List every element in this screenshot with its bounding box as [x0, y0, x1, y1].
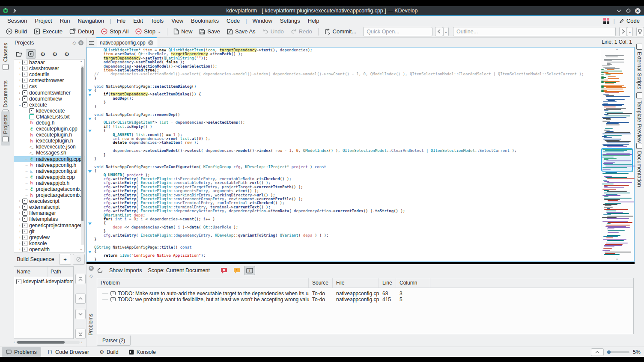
menu-window[interactable]: Window — [249, 17, 276, 25]
expand-icon[interactable]: – — [24, 181, 29, 185]
document-list-icon[interactable] — [86, 39, 96, 47]
statusbar-code-browser-button[interactable]: {} Code Browser — [43, 347, 93, 357]
tree-item-executeplugin-h[interactable]: –hexecuteplugin.h — [14, 132, 84, 138]
minimap-scroll-up-icon[interactable]: ⌃ — [615, 48, 619, 53]
tree-item-kdevexecute[interactable]: –▸kdevexecute — [14, 108, 84, 114]
reload-project-icon[interactable]: ⚙ — [50, 49, 60, 59]
fold-marker[interactable] — [88, 89, 92, 92]
column-header-path[interactable]: Path — [48, 267, 73, 277]
refresh-icon[interactable] — [97, 267, 103, 274]
menu-run[interactable]: Run — [56, 17, 74, 25]
menu-edit[interactable]: Edit — [129, 17, 146, 25]
move-to-bottom-button[interactable] — [75, 329, 86, 339]
menu-settings[interactable]: Settings — [276, 17, 304, 25]
expand-icon[interactable]: – — [24, 127, 29, 131]
tree-item-documentview[interactable]: ›▸documentview — [14, 96, 84, 102]
tree-item-konsole[interactable]: ›▸konsole — [14, 240, 84, 246]
tree-item-executeplugin-cpp[interactable]: –c̈executeplugin.cpp — [14, 126, 84, 132]
scroll-left-icon[interactable]: ‹ — [14, 340, 15, 344]
project-settings-icon[interactable]: ⚙ — [62, 49, 72, 59]
minimap-scroll-down-icon[interactable]: ⌄ — [615, 256, 619, 261]
build-sequence-table[interactable]: Name Path ▸ kdevplatf... kdevplatform — [14, 266, 74, 339]
menu-code[interactable]: Code — [223, 17, 244, 25]
expand-icon[interactable]: › — [18, 60, 22, 65]
tree-item-classbrowser[interactable]: ›▸classbrowser — [14, 65, 84, 71]
expand-icon[interactable]: – — [24, 109, 29, 113]
tab-classes[interactable]: Classes — [1, 39, 10, 73]
tab-projects[interactable]: Projects — [1, 111, 10, 145]
new-button[interactable]: New — [170, 27, 196, 36]
open-project-icon[interactable] — [14, 49, 24, 59]
detach-icon[interactable]: ◇ — [71, 40, 78, 46]
expand-icon[interactable]: – — [24, 139, 29, 143]
expand-icon[interactable]: – — [24, 187, 29, 191]
menu-project[interactable]: Project — [31, 17, 56, 25]
expand-icon[interactable]: › — [18, 247, 22, 252]
expand-icon[interactable]: – — [24, 151, 29, 155]
collapse-icon[interactable]: ⌄ — [18, 103, 22, 107]
scroll-down-icon[interactable]: ⌄ — [80, 246, 83, 251]
tree-item-messages-sh[interactable]: –>_Messages.sh — [14, 150, 84, 156]
column-header-line[interactable]: Line — [379, 278, 396, 288]
build-selection-icon[interactable] — [26, 49, 36, 59]
detach-icon[interactable]: ◇ — [89, 273, 93, 278]
problem-row[interactable]: iTODO: we probably want to flexibilize, … — [97, 297, 633, 303]
tree-item-projecttargetscomb-[interactable]: –hprojecttargetscomb... — [14, 192, 84, 198]
area-code-button[interactable]: Code — [619, 18, 640, 24]
menu-view[interactable]: View — [167, 17, 187, 25]
project-tree[interactable]: ›▸bazaar›▸classbrowser›▸codeutils›▸conte… — [14, 59, 85, 252]
column-header-name[interactable]: Name — [14, 269, 48, 275]
tree-item-nativeappjob-cpp[interactable]: –c̈nativeappjob.cpp — [14, 174, 84, 180]
tree-item-grepview[interactable]: ›▸grepview — [14, 234, 84, 240]
tab-parser[interactable]: Parser (2) — [97, 335, 131, 346]
expand-icon[interactable]: – — [24, 157, 29, 161]
expand-icon[interactable]: › — [18, 235, 22, 240]
tree-item-documentswitcher[interactable]: ›▸documentswitcher — [14, 89, 84, 95]
maximize-button[interactable] — [623, 7, 633, 15]
statusbar-konsole-button[interactable]: Konsole — [125, 347, 160, 357]
expand-icon[interactable]: › — [18, 205, 22, 209]
problems-table[interactable]: Problem Source File Line Column iTODO: M… — [97, 278, 634, 334]
tree-item-bazaar[interactable]: ›▸bazaar — [14, 59, 84, 65]
column-header-column[interactable]: Column — [396, 278, 430, 288]
back-button[interactable] — [435, 27, 443, 36]
undo-button[interactable]: Undo — [259, 27, 287, 36]
fold-marker[interactable] — [88, 223, 92, 225]
fold-marker[interactable] — [88, 251, 92, 253]
tree-item-iexecuteplugin-h[interactable]: –hiexecuteplugin.h — [14, 138, 84, 144]
configure-icon[interactable]: ⚙ — [38, 49, 48, 59]
minimize-button[interactable] — [614, 7, 623, 15]
titlebar[interactable]: kdevplatform - [ kdevplatform:plugins/ex… — [0, 6, 644, 16]
column-header-source[interactable]: Source — [309, 278, 333, 288]
build-button[interactable]: Build — [3, 27, 30, 36]
expand-statusbar-button[interactable] — [591, 348, 604, 356]
tree-item-nativeappconfig-cpp[interactable]: –c̈nativeappconfig.cpp — [14, 156, 84, 162]
expand-icon[interactable]: – — [24, 145, 29, 149]
tree-item-externalscript[interactable]: ›▸externalscript — [14, 204, 84, 210]
show-imports-label[interactable]: Show Imports — [109, 267, 142, 273]
expand-icon[interactable]: – — [24, 121, 29, 125]
tree-item-filemanager[interactable]: ›▸filemanager — [14, 210, 84, 216]
code-editor[interactable]: QListWidgetItem* item = new QListWidgetI… — [86, 47, 635, 262]
expand-icon[interactable]: – — [24, 169, 29, 173]
tree-item-contextbrowser[interactable]: ›▸contextbrowser — [14, 77, 84, 83]
expand-icon[interactable]: › — [18, 66, 22, 71]
debug-button[interactable]: Debug — [66, 27, 98, 36]
close-button[interactable]: ✕ — [633, 7, 642, 15]
scroll-up-icon[interactable]: ⌃ — [80, 60, 83, 65]
minimap-viewport[interactable] — [601, 148, 633, 172]
fold-marker[interactable] — [88, 94, 92, 96]
menu-tools[interactable]: Tools — [147, 17, 167, 25]
minimap[interactable]: ⌃ ⌄ — [601, 47, 633, 261]
zoom-slider[interactable] — [607, 351, 629, 353]
tree-item-projecttargetscomb-[interactable]: –c̈projecttargetscomb... — [14, 186, 84, 192]
tree-item-git[interactable]: ›▸git — [14, 228, 84, 234]
tree-item-genericprojectmanager[interactable]: ›▸genericprojectmanager — [14, 223, 84, 228]
expand-icon[interactable]: › — [18, 217, 22, 221]
tree-item-filetemplates[interactable]: ›▸filetemplates — [14, 216, 84, 222]
editor-tab-nativeappconfig[interactable]: nativeappconfig.cpp ✕ — [96, 37, 157, 47]
close-panel-icon[interactable]: ✕ — [78, 40, 83, 45]
execute-button[interactable]: Execute — [30, 27, 66, 36]
scope-selector[interactable]: Scope: Current Document — [148, 267, 210, 273]
expand-icon[interactable]: › — [18, 211, 22, 215]
